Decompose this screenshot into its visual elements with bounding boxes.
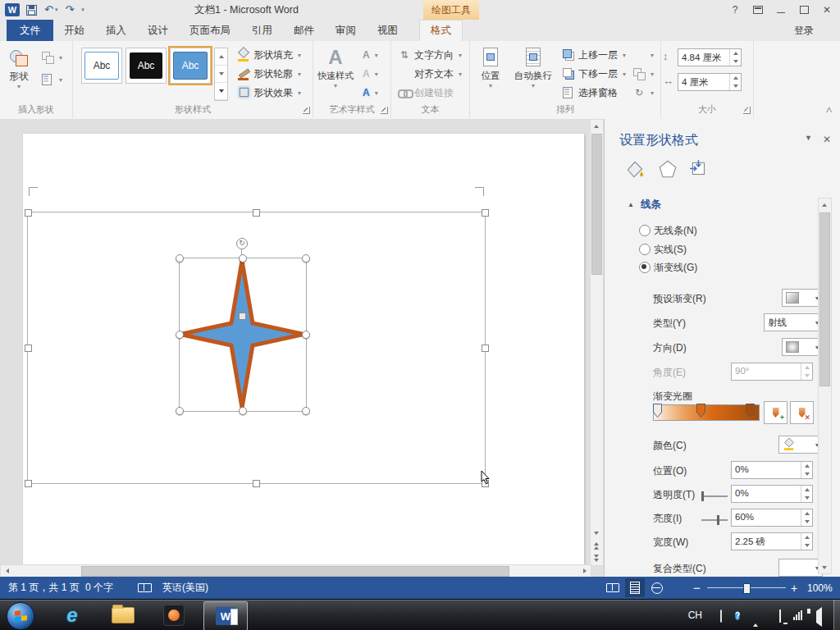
resize-handle[interactable] <box>25 345 32 352</box>
color-dropdown[interactable]: ▾ <box>778 436 823 454</box>
network-icon[interactable] <box>779 610 781 622</box>
send-backward-button[interactable]: 下移一层 <box>559 65 629 83</box>
shape-style-preview-3-selected[interactable]: Abc <box>170 48 211 84</box>
scroll-right-button[interactable] <box>578 565 591 576</box>
gradient-line-radio[interactable] <box>639 262 651 273</box>
zoom-in-button[interactable]: + <box>791 577 797 599</box>
gallery-more-button[interactable] <box>215 83 227 100</box>
shape-adjustment-handle[interactable] <box>239 313 246 320</box>
keyboard-icon[interactable] <box>720 610 722 622</box>
shape-style-preview-2[interactable]: Abc <box>126 48 167 84</box>
scroll-down-button[interactable] <box>591 527 601 539</box>
gradient-line-label[interactable]: 渐变线(G) <box>654 261 697 275</box>
read-mode-button[interactable] <box>603 578 623 597</box>
scroll-up-button[interactable] <box>591 120 601 132</box>
text-fill-button[interactable]: A <box>359 46 381 64</box>
no-line-label[interactable]: 无线条(N) <box>654 224 697 238</box>
bring-forward-button[interactable]: 上移一层 <box>559 46 629 64</box>
gallery-down-button[interactable] <box>215 66 227 83</box>
shape-resize-handle[interactable] <box>176 254 184 262</box>
pane-scroll-thumb[interactable] <box>819 212 830 386</box>
group-objects-button[interactable] <box>629 65 657 83</box>
brightness-field[interactable]: 60% <box>731 509 813 527</box>
tab-view[interactable]: 视图 <box>367 20 409 41</box>
start-button[interactable] <box>7 602 34 630</box>
sign-in-link[interactable]: 登录 <box>794 20 814 41</box>
signal-bars-icon[interactable] <box>793 610 802 620</box>
proofing-status-icon[interactable] <box>138 577 152 599</box>
shape-resize-handle[interactable] <box>176 331 184 339</box>
shape-resize-handle[interactable] <box>239 407 247 415</box>
solid-line-radio[interactable] <box>639 244 651 255</box>
restore-button[interactable] <box>792 1 815 19</box>
shape-resize-handle[interactable] <box>302 331 310 339</box>
horizontal-scrollbar[interactable] <box>0 564 591 577</box>
shape-resize-handle[interactable] <box>302 407 310 415</box>
zoom-slider-thumb[interactable] <box>743 583 751 594</box>
add-gradient-stop-button[interactable]: + <box>764 401 788 424</box>
no-line-radio[interactable] <box>639 225 651 236</box>
tab-format-active[interactable]: 格式 <box>419 20 463 41</box>
text-direction-button[interactable]: ⇅文字方向 <box>395 46 465 64</box>
tab-home[interactable]: 开始 <box>53 20 95 41</box>
quick-styles-button[interactable]: A 快速样式 ▾ <box>316 44 355 89</box>
tab-mailings[interactable]: 邮件 <box>283 20 325 41</box>
brightness-up[interactable] <box>801 509 812 518</box>
line-width-down[interactable] <box>801 541 812 550</box>
shape-outline-button[interactable]: 形状轮廓 <box>234 65 304 83</box>
brightness-slider[interactable] <box>701 519 728 521</box>
width-up-button[interactable] <box>730 74 741 82</box>
file-explorer-icon[interactable] <box>107 603 139 628</box>
shape-resize-handle[interactable] <box>239 254 247 262</box>
align-objects-button[interactable] <box>629 46 657 64</box>
type-dropdown[interactable]: 射线▾ <box>764 313 823 331</box>
scroll-left-button[interactable] <box>1 565 13 576</box>
transparency-down[interactable] <box>801 494 812 502</box>
line-width-up[interactable] <box>801 533 812 541</box>
wrap-text-button[interactable]: 自动换行▾ <box>511 44 555 89</box>
close-button[interactable]: ✕ <box>815 1 838 19</box>
height-down-button[interactable] <box>730 57 741 66</box>
print-layout-button[interactable] <box>625 578 645 597</box>
rotate-objects-button[interactable]: ↻ <box>629 84 657 102</box>
position-down[interactable] <box>801 470 812 478</box>
volume-icon[interactable] <box>816 611 822 623</box>
tab-file[interactable]: 文件 <box>7 20 53 41</box>
resize-handle[interactable] <box>25 480 32 487</box>
compound-type-dropdown[interactable]: ▾ <box>778 559 823 577</box>
gallery-up-button[interactable] <box>215 48 227 66</box>
tab-review[interactable]: 审阅 <box>325 20 367 41</box>
selection-pane-button[interactable]: 选择窗格 <box>559 84 621 102</box>
resize-handle[interactable] <box>253 480 260 487</box>
shape-styles-dialog-launcher[interactable] <box>303 107 310 114</box>
gradient-stop-selected[interactable] <box>653 404 662 418</box>
solid-line-label[interactable]: 实线(S) <box>654 243 687 257</box>
transparency-up[interactable] <box>801 486 812 494</box>
direction-dropdown[interactable]: ▾ <box>782 338 823 356</box>
shape-resize-handle[interactable] <box>302 254 310 262</box>
gradient-stops-bar[interactable] <box>653 404 760 421</box>
layout-properties-tab-icon[interactable] <box>688 158 710 180</box>
vertical-scrollbar[interactable] <box>590 119 604 566</box>
gradient-stop[interactable] <box>696 404 705 418</box>
show-desktop-button[interactable] <box>833 600 840 630</box>
width-down-button[interactable] <box>730 82 741 90</box>
wordart-dialog-launcher[interactable] <box>381 107 388 114</box>
tab-design[interactable]: 设计 <box>137 20 179 41</box>
edit-shape-button[interactable] <box>38 48 66 66</box>
effects-tab-icon[interactable] <box>657 158 678 180</box>
tab-page-layout[interactable]: 页面布局 <box>179 20 241 41</box>
next-page-button[interactable] <box>591 552 601 564</box>
zoom-level[interactable]: 100% <box>807 577 833 599</box>
media-player-icon[interactable] <box>158 603 190 628</box>
resize-handle[interactable] <box>25 209 32 217</box>
pane-menu-button[interactable]: ▼ <box>805 134 812 142</box>
page-indicator[interactable]: 第 1 页，共 1 页 <box>8 577 80 599</box>
resize-handle[interactable] <box>253 209 260 217</box>
ime-indicator[interactable]: CH <box>688 609 702 621</box>
text-effects-button[interactable]: A <box>359 84 381 102</box>
transparency-field[interactable]: 0% <box>731 485 813 503</box>
height-up-button[interactable] <box>730 49 741 57</box>
undo-button[interactable]: ↶▾ <box>44 2 57 18</box>
create-link-button[interactable]: 创建链接 <box>395 84 457 102</box>
